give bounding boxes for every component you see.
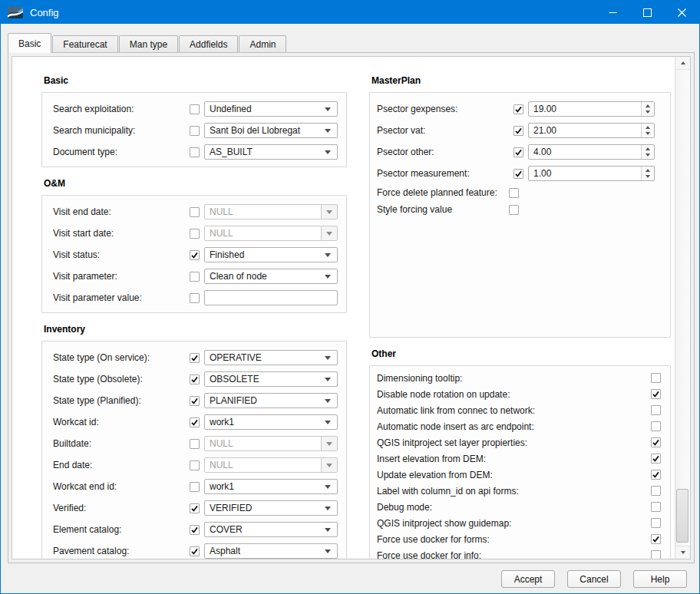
row-label: Workcat id: (53, 417, 190, 427)
checkbox-psector-measurement[interactable] (513, 169, 523, 179)
combo-verified[interactable]: VERIFIED (204, 500, 338, 516)
spin-up-button[interactable] (646, 169, 650, 172)
section-title-inventory: Inventory (44, 324, 347, 335)
form-row-psector-measurement: Psector measurement:1.00 (377, 163, 655, 184)
minimize-button[interactable] (596, 1, 630, 24)
checkbox-insert-elevation-from-dem[interactable] (651, 454, 661, 464)
row-label: Visit parameter: (53, 271, 190, 282)
checkbox-end-date[interactable] (190, 460, 200, 470)
combo-workcat-end-id[interactable]: work1 (204, 479, 338, 494)
spin-up-button[interactable] (646, 126, 650, 129)
checkmark-icon (652, 470, 660, 479)
row-label: Psector gexpenses: (377, 104, 513, 114)
checkbox-psector-other[interactable] (513, 147, 523, 157)
tab-admin[interactable]: Admin (239, 35, 286, 52)
combo-builtdate[interactable]: NULL (204, 436, 338, 451)
maximize-button[interactable] (630, 1, 665, 24)
checkbox-update-elevation-from-dem[interactable] (651, 470, 661, 480)
scrollbar-thumb[interactable] (676, 489, 688, 543)
scroll-down-button[interactable] (675, 546, 690, 559)
combo-dropdown-button[interactable] (321, 226, 337, 240)
config-window: Config BasicFeaturecatMan typeAddfieldsA… (0, 0, 700, 594)
spinbox-psector-vat[interactable]: 21.00 (528, 123, 655, 138)
combo-visit-end-date[interactable]: NULL (204, 204, 338, 219)
spin-up-button[interactable] (646, 147, 650, 150)
checkbox-search-municipality[interactable] (190, 126, 200, 136)
checkbox-element-catalog[interactable] (190, 525, 200, 535)
checkbox-force-delete-planned-feature[interactable] (509, 188, 519, 198)
spin-down-button[interactable] (646, 153, 650, 157)
checkbox-style-forcing-value[interactable] (509, 205, 519, 215)
combo-state-type-obsolete[interactable]: OBSOLETE (204, 371, 338, 387)
combo-visit-start-date[interactable]: NULL (204, 226, 338, 241)
combo-visit-status[interactable]: Finished (204, 247, 338, 262)
text-input-visit-parameter-value[interactable] (204, 290, 338, 305)
accept-button[interactable]: Accept (501, 570, 555, 588)
checkmark-icon (190, 526, 199, 534)
combo-pavement-catalog[interactable]: Asphalt (204, 543, 338, 559)
combo-document-type[interactable]: AS_BUILT (204, 144, 338, 160)
checkbox-document-type[interactable] (190, 147, 200, 157)
row-label: Automatic link from connec to network: (377, 405, 651, 416)
checkbox-visit-start-date[interactable] (190, 229, 200, 239)
spin-down-button[interactable] (646, 132, 650, 135)
combo-end-date[interactable]: NULL (204, 457, 338, 473)
combo-workcat-id[interactable]: work1 (204, 414, 338, 430)
checkbox-label-with-column-id-on-api-forms[interactable] (651, 486, 661, 496)
spinbox-psector-other[interactable]: 4.00 (528, 144, 655, 160)
tab-basic[interactable]: Basic (8, 33, 51, 53)
checkbox-state-type-on-service[interactable] (190, 353, 200, 363)
spinbox-psector-gexpenses[interactable]: 19.00 (528, 101, 655, 117)
checkbox-automatic-node-insert-as-arc-endpoint[interactable] (651, 421, 661, 431)
checkbox-workcat-id[interactable] (190, 417, 200, 427)
combo-search-exploitation[interactable]: Undefined (204, 101, 338, 117)
tab-man-type[interactable]: Man type (119, 35, 178, 52)
checkbox-visit-parameter[interactable] (190, 272, 200, 282)
tab-featurecat[interactable]: Featurecat (52, 35, 117, 52)
checkbox-pavement-catalog[interactable] (190, 546, 200, 556)
checkbox-search-exploitation[interactable] (190, 104, 200, 114)
checkbox-workcat-end-id[interactable] (190, 482, 200, 492)
checkbox-psector-vat[interactable] (513, 126, 523, 136)
checkbox-state-type-planified[interactable] (190, 396, 200, 406)
checkbox-disable-node-rotation-on-update[interactable] (651, 389, 661, 399)
spin-up-button[interactable] (646, 104, 650, 107)
combo-dropdown-button[interactable] (321, 437, 337, 450)
titlebar: Config (1, 1, 699, 24)
checkbox-builtdate[interactable] (190, 439, 200, 449)
checkbox-dimensioning-tooltip[interactable] (651, 373, 661, 383)
combo-value: work1 (210, 417, 325, 427)
scroll-up-button[interactable] (675, 57, 690, 70)
form-row-psector-vat: Psector vat:21.00 (377, 120, 655, 141)
combo-search-municipality[interactable]: Sant Boi del Llobregat (204, 123, 338, 138)
checkbox-qgis-initproject-show-guidemap[interactable] (651, 518, 661, 528)
checkbox-visit-parameter-value[interactable] (190, 293, 200, 303)
checkbox-state-type-obsolete[interactable] (190, 375, 200, 384)
checkbox-visit-status[interactable] (190, 250, 200, 260)
checkbox-qgis-initproject-set-layer-propierties[interactable] (651, 437, 661, 447)
checkbox-psector-gexpenses[interactable] (513, 104, 523, 114)
checkbox-visit-end-date[interactable] (190, 207, 200, 217)
cancel-button[interactable]: Cancel (567, 570, 621, 588)
spin-down-button[interactable] (646, 175, 650, 178)
checkbox-force-use-docker-for-forms[interactable] (651, 534, 661, 544)
combo-dropdown-button[interactable] (321, 205, 337, 219)
close-button[interactable] (665, 1, 699, 24)
spin-down-button[interactable] (646, 111, 650, 114)
checkbox-automatic-link-from-connec-to-network[interactable] (651, 405, 661, 415)
combo-visit-parameter[interactable]: Clean of node (204, 269, 338, 284)
checkbox-debug-mode[interactable] (651, 502, 661, 512)
combo-state-type-planified[interactable]: PLANIFIED (204, 393, 338, 408)
section-title-o-m: O&M (44, 178, 347, 189)
vertical-scrollbar[interactable] (675, 57, 690, 559)
spinbox-psector-measurement[interactable]: 1.00 (528, 166, 655, 181)
form-row-workcat-end-id: Workcat end id:work1 (53, 476, 338, 497)
checkbox-verified[interactable] (190, 503, 200, 513)
checkbox-force-use-docker-for-info[interactable] (651, 550, 661, 559)
combo-dropdown-button[interactable] (321, 458, 337, 472)
combo-state-type-on-service[interactable]: OPERATIVE (204, 350, 338, 365)
combo-element-catalog[interactable]: COVER (204, 522, 338, 537)
form-row-search-exploitation: Search exploitation:Undefined (53, 98, 338, 120)
help-button[interactable]: Help (633, 570, 687, 588)
tab-addfields[interactable]: Addfields (179, 35, 238, 52)
